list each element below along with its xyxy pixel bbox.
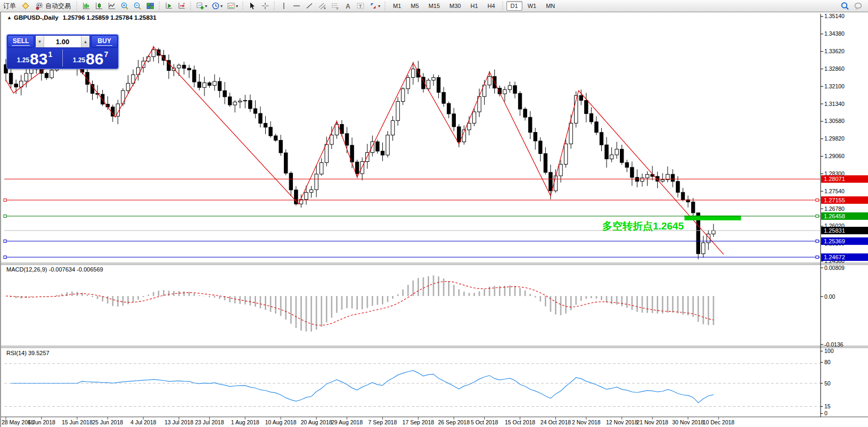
fibonacci-icon[interactable]: F	[329, 1, 341, 11]
templates-icon	[227, 2, 235, 10]
sell-button[interactable]: SELL	[7, 35, 34, 48]
chart-shift-icon[interactable]	[176, 1, 187, 11]
auto-scroll-icon[interactable]	[163, 1, 175, 11]
volume-decrease-button[interactable]: ▼	[36, 36, 44, 47]
timeframe-h4[interactable]: H4	[484, 1, 499, 11]
svg-text:T: T	[359, 4, 362, 9]
macd-pane[interactable]	[6, 275, 714, 331]
candle-body	[187, 68, 191, 70]
timeframe-d1[interactable]: D1	[506, 1, 522, 11]
timeframe-h1[interactable]: H1	[466, 1, 482, 11]
date-label: 1 Aug 2018	[231, 419, 259, 425]
main-pane[interactable]: 多空转折点1.2645	[4, 45, 820, 259]
buy-button[interactable]: BUY	[91, 35, 118, 48]
search-icon[interactable]	[839, 1, 851, 11]
timeframe-m5[interactable]: M5	[406, 1, 423, 11]
toolbar-separator	[383, 2, 387, 10]
periods-dropdown[interactable]	[210, 1, 224, 11]
timeframe-m30[interactable]: M30	[445, 1, 465, 11]
candle-body	[539, 141, 542, 154]
candle-body	[294, 190, 298, 204]
volume-input[interactable]	[44, 36, 81, 47]
text-icon[interactable]: A	[342, 1, 354, 11]
price-flag-text: 1.28071	[824, 176, 845, 182]
candle-body	[269, 127, 272, 136]
candle-body	[544, 154, 547, 173]
candle-body	[508, 86, 511, 90]
chat-icon[interactable]	[852, 1, 864, 11]
candle-body	[457, 127, 461, 142]
candle-body	[86, 72, 89, 85]
trade-panel-prices: 1.25 83 1 1.25 86 7	[7, 48, 118, 68]
svg-text:E: E	[324, 6, 326, 10]
candle-body	[569, 123, 572, 144]
line-handle[interactable]	[816, 256, 818, 259]
collapse-arrow-icon[interactable]: ▲	[7, 15, 12, 20]
buy-price[interactable]: 1.25 86 7	[63, 48, 118, 68]
line-handle[interactable]	[4, 240, 6, 242]
candle-body	[625, 162, 628, 167]
main-toolbar: 订单 自动交易	[0, 0, 868, 12]
price-tick-label: 1.30580	[824, 118, 845, 124]
market-watch-icon[interactable]	[20, 1, 31, 11]
timeframe-mn[interactable]: MN	[542, 1, 559, 11]
horizontal-line-icon[interactable]	[291, 1, 302, 11]
price-chart[interactable]: ▲ GBPUSD-,Daily1.25796 1.25859 1.25784 1…	[1, 12, 868, 427]
rsi-line	[11, 371, 714, 403]
line-handle[interactable]	[816, 199, 818, 201]
date-axis[interactable]: 28 May 20186 Jun 201815 Jun 201825 Jun 2…	[2, 417, 734, 425]
zoom-in-icon[interactable]	[119, 1, 130, 11]
price-tick-label: 1.32100	[824, 83, 845, 89]
arrows-dropdown[interactable]	[367, 1, 382, 11]
zoom-out-icon[interactable]	[132, 1, 143, 11]
new-chart-dropdown[interactable]	[194, 1, 209, 11]
candle-body	[559, 165, 562, 176]
candle-body	[177, 65, 181, 68]
price-tick-label: 1.31340	[824, 101, 845, 107]
timeframe-m15[interactable]: M15	[424, 1, 444, 11]
sell-price[interactable]: 1.25 83 1	[7, 48, 62, 68]
volume-increase-button[interactable]: ▲	[81, 36, 89, 47]
vertical-line-icon[interactable]	[278, 1, 290, 11]
bar-chart-icon[interactable]	[80, 1, 92, 11]
line-handle[interactable]	[4, 199, 6, 201]
candle-body	[320, 162, 323, 174]
candle-body	[702, 243, 705, 254]
line-handle[interactable]	[4, 215, 6, 217]
candle-body	[152, 50, 155, 56]
rsi-pane[interactable]	[4, 364, 820, 407]
candle-body	[45, 73, 48, 78]
macd-label: MACD(12,26,9) -0.007634 -0.006569	[6, 266, 103, 273]
candle-body	[620, 149, 624, 162]
rsi-label: RSI(14) 39.5257	[6, 350, 50, 356]
line-handle[interactable]	[4, 256, 6, 259]
candle-body	[24, 73, 28, 81]
price-flag-text: 1.27155	[824, 197, 845, 203]
candle-body	[253, 109, 257, 113]
candle-body	[50, 70, 53, 78]
cursor-icon[interactable]	[247, 1, 258, 11]
timeframe-w1[interactable]: W1	[523, 1, 541, 11]
templates-dropdown[interactable]	[225, 1, 240, 11]
autotrading-button[interactable]: 自动交易	[32, 1, 73, 11]
candle-body	[305, 192, 308, 199]
price-flag-text: 1.26458	[824, 213, 845, 219]
toolbar-right-group	[838, 1, 865, 11]
text-label-icon[interactable]: T	[355, 1, 366, 11]
mt4-window: 订单 自动交易	[0, 0, 868, 427]
trend-line-icon[interactable]	[304, 1, 315, 11]
candle-body	[259, 113, 262, 124]
equidistant-channel-icon[interactable]: E	[316, 1, 328, 11]
new-order-button[interactable]: 订单	[1, 1, 19, 11]
candlestick-chart-icon[interactable]	[93, 1, 105, 11]
candle-body	[513, 86, 517, 94]
line-handle[interactable]	[816, 215, 818, 217]
crosshair-icon[interactable]	[259, 1, 271, 11]
line-handle[interactable]	[816, 240, 818, 242]
candle-body	[126, 83, 129, 91]
price-axis[interactable]: 1.351401.343801.336201.328601.321001.313…	[821, 13, 868, 416]
line-chart-icon[interactable]	[106, 1, 118, 11]
tile-windows-icon[interactable]	[144, 1, 156, 11]
macd-axis-label: 0.00	[824, 293, 836, 300]
timeframe-m1[interactable]: M1	[389, 1, 405, 11]
